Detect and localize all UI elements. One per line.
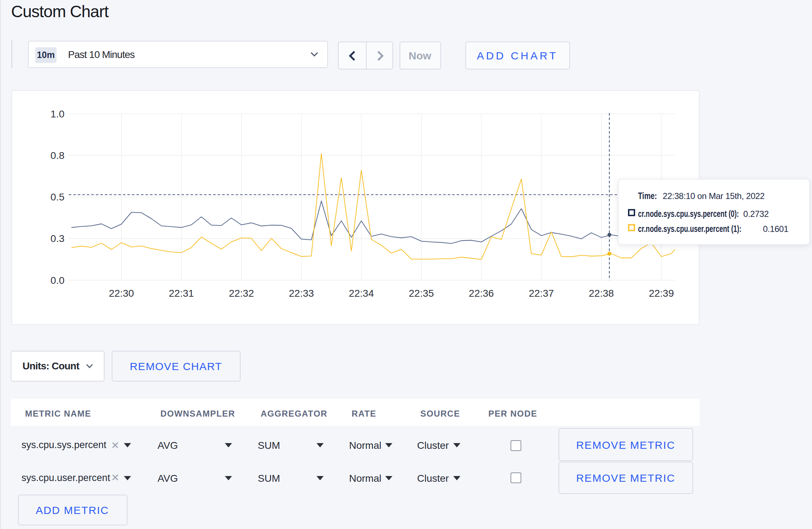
svg-text:0.5: 0.5 — [50, 191, 64, 203]
svg-text:1.0: 1.0 — [50, 108, 64, 120]
svg-text:0.0: 0.0 — [50, 275, 64, 286]
svg-text:0.3: 0.3 — [50, 233, 64, 244]
svg-text:22:33: 22:33 — [289, 288, 314, 299]
svg-text:22:35: 22:35 — [409, 288, 434, 299]
svg-text:22:32: 22:32 — [229, 288, 254, 299]
svg-text:22:30: 22:30 — [109, 288, 134, 299]
svg-text:22:37: 22:37 — [529, 288, 554, 299]
svg-text:22:39: 22:39 — [649, 288, 674, 299]
svg-text:22:31: 22:31 — [169, 288, 194, 299]
svg-text:0.8: 0.8 — [50, 150, 64, 161]
svg-text:22:34: 22:34 — [349, 288, 374, 299]
svg-text:22:36: 22:36 — [469, 288, 494, 299]
svg-text:22:38: 22:38 — [589, 288, 614, 299]
